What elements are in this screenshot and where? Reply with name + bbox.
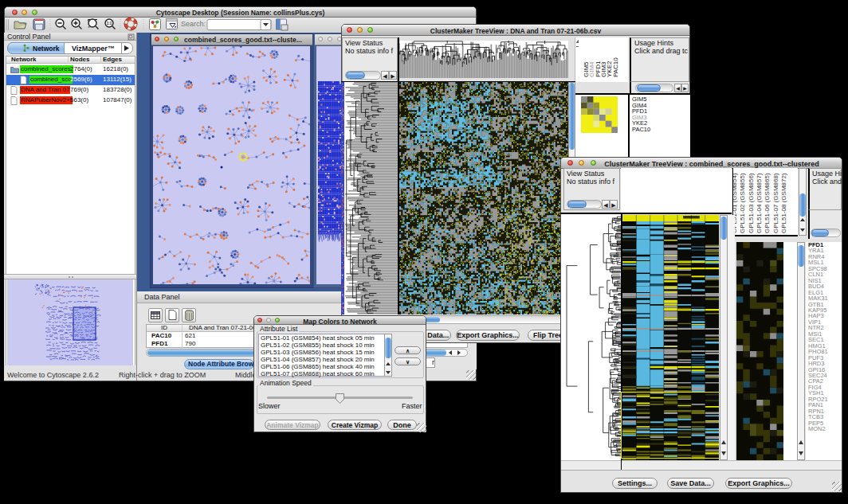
svg-text:Search:: Search: [181,20,206,28]
svg-text:PAC10: PAC10 [612,57,619,77]
svg-text:GPL51-03 (GSM856): GPL51-03 (GSM856) [748,173,755,233]
svg-text:GPL51-07 (GSM868): GPL51-07 (GSM868) [772,173,779,233]
svg-text:GPL51-06 (GSM865): GPL51-06 (GSM865) [764,173,771,233]
svg-text:GPL51-08 (GSM872): GPL51-08 (GSM872) [780,173,787,233]
svg-text:1:1: 1:1 [107,21,112,25]
svg-text:GPL51-02 (GSM855): GPL51-02 (GSM855) [739,173,746,233]
svg-text:GPL51-04 (GSM857): GPL51-04 (GSM857) [756,173,763,233]
